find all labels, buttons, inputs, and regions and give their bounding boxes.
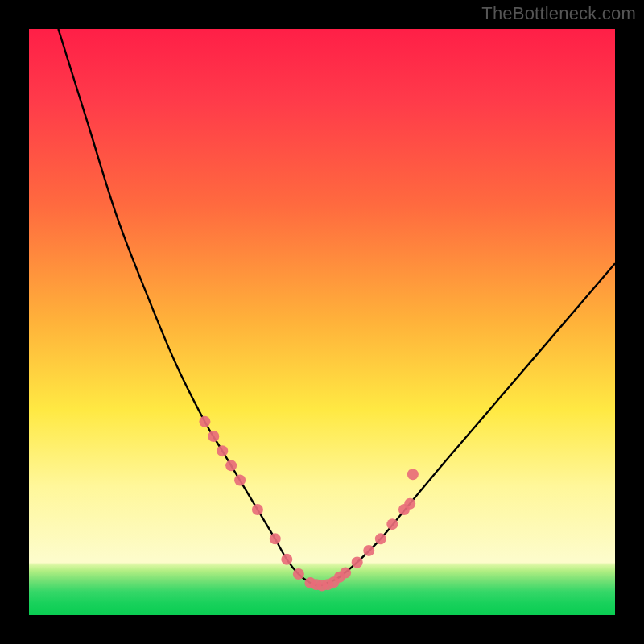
bottleneck-curve <box>58 29 615 586</box>
bottleneck-curve-path <box>58 29 615 586</box>
marker-dot <box>404 498 415 510</box>
chart-frame: TheBottleneck.com <box>0 0 644 644</box>
marker-dot <box>407 469 419 480</box>
marker-dot <box>281 554 292 565</box>
marker-dot <box>199 416 210 427</box>
curve-layer <box>29 29 615 615</box>
marker-dot <box>293 568 304 580</box>
marker-dot <box>386 518 398 530</box>
marker-dot <box>208 431 219 442</box>
plot-area <box>29 29 615 615</box>
marker-dot <box>234 475 246 486</box>
marker-dot <box>225 460 237 471</box>
marker-dot <box>352 556 363 568</box>
watermark-text: TheBottleneck.com <box>481 3 636 24</box>
marker-dot <box>375 533 386 544</box>
highlighted-points <box>199 416 418 592</box>
marker-dot <box>217 445 228 456</box>
marker-dot <box>270 533 281 544</box>
marker-dot <box>363 545 374 556</box>
marker-dot <box>252 504 263 515</box>
marker-dot <box>340 568 351 579</box>
